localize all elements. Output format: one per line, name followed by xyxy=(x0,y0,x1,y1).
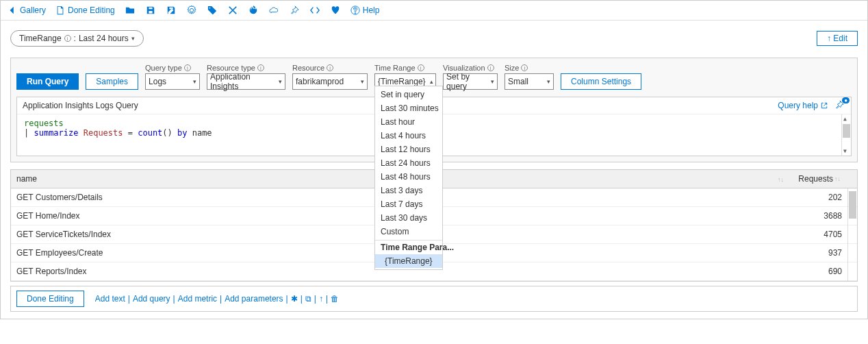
time-range-option[interactable]: Last 3 days xyxy=(375,184,442,197)
cell-requests: 4705 xyxy=(786,225,847,243)
cell-requests: 937 xyxy=(786,244,847,262)
time-range-option[interactable]: Last 12 hours xyxy=(375,143,442,156)
samples-button[interactable]: Samples xyxy=(86,73,138,90)
cell-requests: 690 xyxy=(786,262,847,280)
time-range-menu: Set in queryLast 30 minutesLast hourLast… xyxy=(374,86,443,270)
time-range-pill[interactable]: TimeRange i : Last 24 hours ▾ xyxy=(10,30,144,47)
help-label: Help xyxy=(363,5,380,15)
copy-icon[interactable]: ⧉ xyxy=(305,294,311,304)
table-scrollbar[interactable] xyxy=(847,188,857,281)
pin-icon[interactable] xyxy=(289,5,300,16)
query-type-label: Query typei xyxy=(145,64,200,72)
cell-requests: 202 xyxy=(786,188,847,206)
time-range-option[interactable]: Last 48 hours xyxy=(375,170,442,184)
external-link-icon xyxy=(821,102,828,109)
document-icon xyxy=(55,5,65,15)
move-up-icon[interactable]: ↑ xyxy=(319,294,323,304)
query-controls: Run Query Samples Query typei Logs▾ Reso… xyxy=(16,64,852,90)
time-pill-value: Last 24 hours xyxy=(79,34,129,43)
top-toolbar: Gallery Done Editing Help xyxy=(1,1,867,21)
resource-type-label: Resource typei xyxy=(207,64,285,72)
time-range-option[interactable]: Last 30 days xyxy=(375,211,442,225)
pin-badge: ● xyxy=(842,97,850,103)
time-range-label: Time Rangei xyxy=(374,64,436,72)
resource-label: Resourcei xyxy=(292,64,368,72)
gear-small-icon[interactable]: ✱ xyxy=(291,294,298,304)
edit-button[interactable]: ↑ Edit xyxy=(817,31,858,46)
folder-icon[interactable] xyxy=(125,5,136,16)
tag-icon[interactable] xyxy=(207,5,218,16)
visualization-dropdown[interactable]: Set by query▾ xyxy=(443,73,498,90)
done-editing-label: Done Editing xyxy=(68,5,115,15)
cloud-icon[interactable] xyxy=(268,5,279,16)
size-label: Sizei xyxy=(505,64,554,72)
delete-icon[interactable]: 🗑 xyxy=(331,294,339,304)
save-icon[interactable] xyxy=(145,5,156,16)
query-panel: Run Query Samples Query typei Logs▾ Reso… xyxy=(10,58,858,162)
run-query-button[interactable]: Run Query xyxy=(16,73,79,90)
time-range-option[interactable]: Last 24 hours xyxy=(375,156,442,170)
time-range-option[interactable]: Last 4 hours xyxy=(375,129,442,143)
add-text-link[interactable]: Add text xyxy=(95,294,125,304)
visualization-label: Visualizationi xyxy=(443,64,498,72)
gallery-link[interactable]: Gallery xyxy=(8,5,46,15)
time-range-option[interactable]: Custom xyxy=(375,225,442,238)
done-editing-button[interactable]: Done Editing xyxy=(16,291,84,307)
heart-icon[interactable] xyxy=(330,5,341,16)
sort-icon[interactable]: ↑↓ xyxy=(778,176,785,183)
query-help-link[interactable]: Query help xyxy=(778,101,828,110)
pin-query-icon[interactable]: ● xyxy=(834,100,845,111)
add-query-link[interactable]: Add query xyxy=(133,294,170,304)
arrow-left-icon xyxy=(8,5,17,15)
size-dropdown[interactable]: Small▾ xyxy=(505,73,554,90)
cell-requests: 3688 xyxy=(786,207,847,225)
time-range-option[interactable]: Last 7 days xyxy=(375,197,442,211)
gallery-label: Gallery xyxy=(20,5,46,15)
chevron-down-icon: ▾ xyxy=(131,35,135,42)
refresh-icon[interactable] xyxy=(248,5,259,16)
help-icon xyxy=(350,5,360,15)
time-range-option-selected[interactable]: {TimeRange} xyxy=(375,254,442,268)
time-range-option[interactable]: Last hour xyxy=(375,115,442,129)
column-requests[interactable]: Requests↑↓ xyxy=(786,170,847,188)
resource-dropdown[interactable]: fabrikamprod▾ xyxy=(292,73,368,90)
add-parameters-link[interactable]: Add parameters xyxy=(225,294,283,304)
column-settings-button[interactable]: Column Settings xyxy=(561,73,641,90)
done-editing-link[interactable]: Done Editing xyxy=(55,5,115,15)
editor-scrollbar[interactable] xyxy=(841,114,851,156)
time-pill-sep: : xyxy=(74,34,76,43)
footer-actions: Done Editing Add text | Add query | Add … xyxy=(10,286,858,312)
time-pill-prefix: TimeRange xyxy=(19,34,62,43)
time-range-param-header: Time Range Para... xyxy=(375,240,442,254)
settings-gear-icon[interactable] xyxy=(186,5,197,16)
time-range-option[interactable]: Last 30 minutes xyxy=(375,101,442,115)
query-title: Application Insights Logs Query xyxy=(23,101,138,110)
query-type-dropdown[interactable]: Logs▾ xyxy=(145,73,200,90)
time-range-option[interactable]: Set in query xyxy=(375,88,442,101)
save-as-icon[interactable] xyxy=(166,5,177,16)
info-icon: i xyxy=(64,35,71,42)
close-x-icon[interactable] xyxy=(227,5,238,16)
help-link[interactable]: Help xyxy=(350,5,380,15)
parameter-row: TimeRange i : Last 24 hours ▾ ↑ Edit xyxy=(1,21,867,52)
code-icon[interactable] xyxy=(309,5,320,16)
resource-type-dropdown[interactable]: Application Insights▾ xyxy=(207,73,285,90)
add-metric-link[interactable]: Add metric xyxy=(178,294,217,304)
